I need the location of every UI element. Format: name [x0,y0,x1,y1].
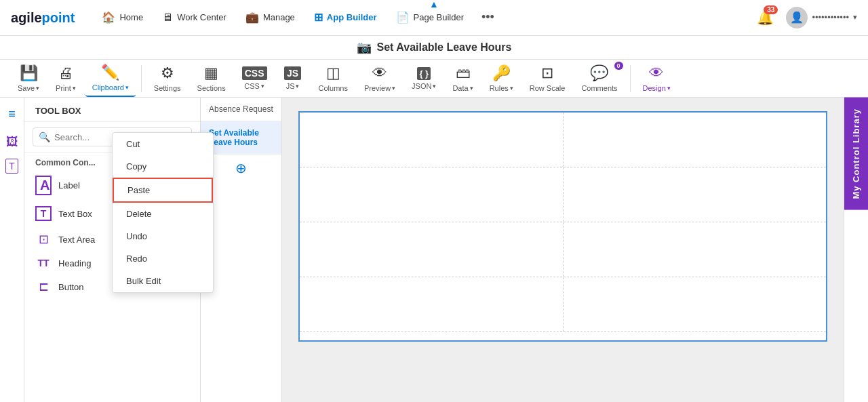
nav-app-builder-label: App Builder [327,12,377,22]
comments-icon: 💬 [590,64,608,82]
page-absence-request-label: Absence Request [209,104,273,114]
clipboard-cut[interactable]: Cut [113,133,213,155]
row-scale-button[interactable]: ⊡ Row Scale [523,60,572,96]
clipboard-icon: ✏️ [101,64,119,81]
clipboard-paste[interactable]: Paste [113,178,213,203]
canvas-cell-3-1 [300,222,564,277]
nav-items: 🏠 Home 🖥 Work Center 💼 Manage ⊞ App Buil… [94,5,747,30]
data-button[interactable]: 🗃 Data ▾ [446,60,479,96]
comments-label: Comments [581,84,617,92]
clipboard-bulk-edit[interactable]: Bulk Edit [113,270,213,292]
comments-badge: 0 [614,62,623,70]
notifications-badge: 33 [764,5,778,14]
clipboard-redo[interactable]: Redo [113,247,213,270]
nav-home[interactable]: 🏠 Home [94,5,151,29]
toolbar-collapse-arrow[interactable]: ▲ [429,0,439,9]
control-library-tab[interactable]: My Control Library [844,98,868,210]
app-builder-icon: ⊞ [314,11,323,24]
user-chevron-icon: ▾ [853,13,857,22]
data-label: Data ▾ [452,84,473,92]
rules-button[interactable]: 🔑 Rules ▾ [483,60,520,96]
css-button[interactable]: CSS CSS ▾ [235,62,274,94]
canvas-cell-2-2 [564,167,827,222]
copy-label: Copy [126,161,146,172]
clipboard-copy[interactable]: Copy [113,155,213,178]
settings-icon: ⚙ [161,64,174,82]
css-icon: CSS [242,66,267,80]
clipboard-button[interactable]: ✏️ Clipboard ▾ [85,60,136,97]
title-bar: ▲ 📷 Set Available Leave Hours [0,36,868,60]
comments-button[interactable]: 💬 0 Comments [574,60,624,96]
cut-label: Cut [126,139,140,149]
json-button[interactable]: { } JSON ▾ [405,63,443,94]
delete-label: Delete [126,209,152,219]
clipboard-delete[interactable]: Delete [113,203,213,225]
row-scale-icon: ⊡ [541,64,553,82]
design-label: Design ▾ [643,84,671,92]
heading-label: Heading [58,258,91,268]
toolbox-header: TOOL BOX [24,98,200,122]
text-area-icon: ⊡ [35,232,52,247]
design-button[interactable]: 👁 Design ▾ [636,60,677,96]
toolbar-divider-2 [630,65,631,92]
page-absence-request[interactable]: Absence Request [201,98,281,121]
text-area-label: Text Area [58,235,95,245]
row-scale-label: Row Scale [530,84,566,92]
canvas-area [282,98,844,402]
rules-label: Rules ▾ [490,84,513,92]
preview-icon: 👁 [372,64,387,82]
paste-label: Paste [127,185,150,195]
canvas-cell-4-1 [300,277,564,331]
sidebar-icon-column: ≡ 🖼 T [0,98,24,402]
username: •••••••••••• [812,12,849,22]
notifications-button[interactable]: 🔔 33 [753,5,778,30]
settings-label: Settings [154,84,181,92]
js-icon: JS [284,66,301,80]
clipboard-undo[interactable]: Undo [113,225,213,247]
layers-icon[interactable]: ≡ [4,103,20,125]
columns-button[interactable]: ◫ Columns [312,60,355,96]
logo: agilepoint [11,9,75,26]
label-tool-icon: A [35,176,52,195]
logo-text: agilepoint [11,9,75,26]
clipboard-label: Clipboard ▾ [92,83,129,92]
canvas-row-1 [300,113,826,167]
avatar: 👤 [786,7,808,28]
canvas-frame[interactable] [298,111,827,342]
toolbar: 💾 Save ▾ 🖨 Print ▾ ✏️ Clipboard ▾ ⚙ Sett… [0,60,868,98]
print-icon: 🖨 [58,64,73,82]
rules-icon: 🔑 [492,64,511,82]
monitor-icon: 🖥 [162,12,173,24]
preview-button[interactable]: 👁 Preview ▾ [357,60,402,96]
nav-work-center[interactable]: 🖥 Work Center [154,6,235,29]
nav-app-builder[interactable]: ⊞ App Builder [306,5,385,29]
home-icon: 🏠 [102,11,115,24]
js-button[interactable]: JS JS ▾ [277,62,309,94]
nav-manage[interactable]: 💼 Manage [237,5,303,29]
canvas-cell-1-1 [300,113,564,167]
sections-label: Sections [197,84,226,92]
user-menu[interactable]: 👤 •••••••••••• ▾ [786,7,857,28]
nav-manage-label: Manage [263,12,295,22]
image-icon[interactable]: 🖼 [2,131,22,153]
heading-icon: TT [35,258,52,268]
save-button[interactable]: 💾 Save ▾ [11,60,46,96]
bulk-edit-label: Bulk Edit [126,276,161,286]
page-builder-icon: 📄 [396,11,410,24]
nav-more[interactable]: ••• [475,5,501,30]
clipboard-dropdown: Cut Copy Paste Delete Undo Redo Bulk Edi… [112,132,214,293]
settings-button[interactable]: ⚙ Settings [147,60,188,96]
undo-label: Undo [126,231,147,241]
search-icon: 🔍 [39,132,50,142]
canvas-row-4 [300,277,826,332]
button-tool-icon: ⊏ [35,279,52,294]
design-icon: 👁 [649,64,664,82]
canvas-row-2 [300,167,826,222]
right-sidebar: My Control Library [844,98,868,402]
text-icon[interactable]: T [5,159,18,174]
camera-icon: 📷 [357,40,372,55]
sections-button[interactable]: ▦ Sections [191,60,233,96]
print-button[interactable]: 🖨 Print ▾ [49,60,83,96]
control-library-label: My Control Library [851,108,861,199]
text-box-icon: T [35,206,52,221]
